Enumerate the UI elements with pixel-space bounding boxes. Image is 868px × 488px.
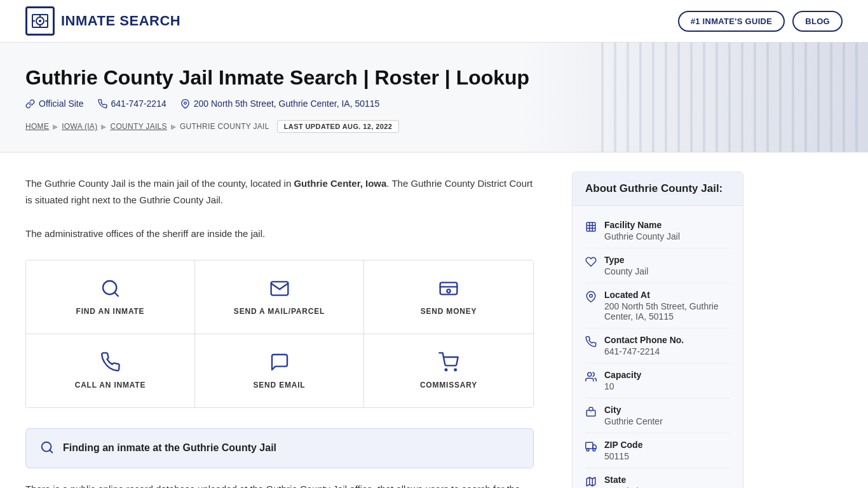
- breadcrumb-sep-1: ▶: [53, 123, 58, 131]
- link-icon: [25, 99, 35, 109]
- breadcrumb-home[interactable]: HOME: [25, 122, 49, 131]
- svg-rect-17: [587, 223, 595, 232]
- address-item: 200 North 5th Street, Guthrie Center, IA…: [180, 98, 380, 109]
- sidebar-card-header: About Guthrie County Jail:: [573, 172, 743, 206]
- breadcrumb-county-jails[interactable]: COUNTY JAILS: [110, 122, 166, 131]
- brand-icon: [25, 6, 55, 36]
- svg-line-9: [114, 292, 118, 296]
- commissary-label: COMMISSARY: [420, 381, 477, 390]
- state-label: State: [604, 475, 640, 485]
- main-layout: The Guthrie County Jail is the main jail…: [0, 152, 868, 488]
- phone-link[interactable]: 641-747-2214: [98, 98, 166, 109]
- finding-box-title: Finding an inmate at the Guthrie County …: [63, 442, 276, 454]
- location-value: 200 North 5th Street, Guthrie Center, IA…: [604, 301, 730, 322]
- commissary-icon: [438, 352, 459, 374]
- hero-background: [601, 43, 868, 152]
- action-send-email[interactable]: SEND EMAIL: [195, 334, 364, 407]
- zip-value: 50115: [604, 451, 642, 461]
- sidebar-item-city: City Guthrie Center: [585, 398, 730, 433]
- sidebar-item-zip: ZIP Code 50115: [585, 433, 730, 468]
- map-pin-icon: [180, 99, 190, 109]
- svg-rect-22: [586, 443, 593, 449]
- breadcrumb-current: GUTHRIE COUNTY JAIL: [180, 122, 269, 131]
- bottom-paragraph: There is a public online record database…: [25, 481, 534, 488]
- city-value: Guthrie Center: [604, 416, 663, 426]
- phone-content: Contact Phone No. 641-747-2214: [604, 335, 684, 356]
- capacity-label: Capacity: [604, 370, 641, 380]
- sidebar-card: About Guthrie County Jail: Facility Name…: [572, 172, 743, 488]
- sidebar-item-location: Located At 200 North 5th Street, Guthrie…: [585, 283, 730, 329]
- last-updated-badge: LAST UPDATED AUG. 12, 2022: [277, 120, 400, 133]
- breadcrumb-iowa[interactable]: IOWA (IA): [62, 122, 97, 131]
- finding-box: Finding an inmate at the Guthrie County …: [25, 428, 534, 468]
- location-icon: [585, 291, 597, 304]
- svg-point-24: [587, 449, 589, 451]
- phone-label: 641-747-2214: [111, 98, 166, 109]
- facility-value: Guthrie County Jail: [604, 231, 680, 241]
- finding-search-icon: [40, 440, 54, 456]
- official-site-label: Official Site: [39, 98, 84, 109]
- send-mail-label: SEND A MAIL/PARCEL: [234, 307, 325, 316]
- para1-bold: Guthrie Center, Iowa: [294, 178, 386, 189]
- call-inmate-label: CALL AN INMATE: [75, 381, 146, 390]
- phone-icon: [98, 99, 107, 109]
- city-label: City: [604, 405, 663, 415]
- sidebar-item-type: Type County Jail: [585, 248, 730, 283]
- svg-point-13: [445, 369, 447, 371]
- facility-icon: [585, 221, 597, 234]
- action-call-inmate[interactable]: CALL AN INMATE: [26, 334, 195, 407]
- action-commissary[interactable]: COMMISSARY: [364, 334, 533, 407]
- action-send-money[interactable]: SEND MONEY: [364, 261, 533, 334]
- svg-point-7: [184, 102, 186, 104]
- location-content: Located At 200 North 5th Street, Guthrie…: [604, 290, 730, 322]
- brand-title: INMATE SEARCH: [61, 13, 180, 29]
- city-content: City Guthrie Center: [604, 405, 663, 426]
- navbar-actions: #1 INMATE'S GUIDE BLOG: [678, 11, 843, 32]
- hero-section: Guthrie County Jail Inmate Search | Rost…: [0, 43, 868, 152]
- brand-logo-icon: [31, 12, 49, 30]
- svg-line-16: [50, 450, 52, 452]
- navbar: INMATE SEARCH #1 INMATE'S GUIDE BLOG: [0, 0, 868, 43]
- city-icon: [585, 406, 597, 419]
- location-label: Located At: [604, 290, 730, 300]
- official-site-link[interactable]: Official Site: [25, 98, 84, 109]
- address-label: 200 North 5th Street, Guthrie Center, IA…: [194, 98, 380, 109]
- breadcrumb-sep-2: ▶: [101, 123, 106, 131]
- para1-start: The Guthrie County Jail is the main jail…: [25, 178, 294, 189]
- inmate-guide-button[interactable]: #1 INMATE'S GUIDE: [678, 11, 785, 32]
- find-inmate-icon: [100, 278, 121, 301]
- svg-point-2: [39, 20, 41, 22]
- facility-content: Facility Name Guthrie County Jail: [604, 220, 680, 241]
- breadcrumb-sep-3: ▶: [171, 123, 176, 131]
- blog-button[interactable]: BLOG: [792, 11, 843, 32]
- action-find-inmate[interactable]: FIND AN INMATE: [26, 261, 195, 334]
- zip-content: ZIP Code 50115: [604, 440, 642, 461]
- send-email-label: SEND EMAIL: [253, 381, 305, 390]
- svg-point-18: [590, 295, 593, 298]
- type-label: Type: [604, 255, 648, 265]
- svg-point-25: [593, 449, 595, 451]
- action-grid: FIND AN INMATE SEND A MAIL/PARCEL SEND M…: [25, 260, 534, 408]
- sidebar-item-state: State Iowa (IA): [585, 468, 730, 488]
- state-icon: [585, 476, 597, 488]
- sidebar-item-capacity: Capacity 10: [585, 363, 730, 398]
- brand-link[interactable]: INMATE SEARCH: [25, 6, 180, 36]
- phone-value: 641-747-2214: [604, 346, 684, 356]
- send-money-icon: [438, 278, 459, 301]
- action-send-mail[interactable]: SEND A MAIL/PARCEL: [195, 261, 364, 334]
- svg-point-12: [447, 289, 450, 292]
- capacity-value: 10: [604, 381, 641, 391]
- call-inmate-icon: [100, 352, 121, 374]
- sidebar-item-phone: Contact Phone No. 641-747-2214: [585, 329, 730, 363]
- type-icon: [585, 256, 597, 269]
- main-content: The Guthrie County Jail is the main jail…: [0, 152, 559, 488]
- content-paragraph-1: The Guthrie County Jail is the main jail…: [25, 175, 534, 208]
- phone-label: Contact Phone No.: [604, 335, 684, 345]
- zip-label: ZIP Code: [604, 440, 642, 450]
- capacity-content: Capacity 10: [604, 370, 641, 391]
- svg-point-14: [454, 369, 456, 371]
- find-inmate-label: FIND AN INMATE: [76, 307, 145, 316]
- type-value: County Jail: [604, 266, 648, 276]
- sidebar: About Guthrie County Jail: Facility Name…: [559, 152, 756, 488]
- capacity-icon: [585, 371, 597, 384]
